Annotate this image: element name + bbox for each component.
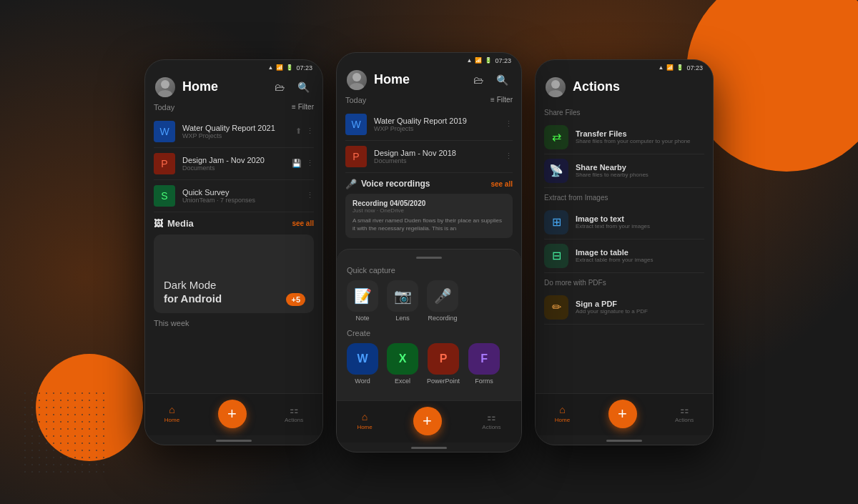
file-item-3[interactable]: S Quick Survey UnionTeam · 7 responses ⋮ xyxy=(154,180,314,212)
bottom-nav-right: ⌂ Home + ⚏ Actions xyxy=(536,393,713,435)
create-excel[interactable]: X Excel xyxy=(387,343,418,385)
more-icon-3[interactable]: ⋮ xyxy=(306,191,314,200)
svg-point-0 xyxy=(161,80,169,89)
thumbnail-text-1: Dark Mode xyxy=(164,279,216,291)
content-left: Today ≡ Filter W Water Quality Report 20… xyxy=(145,103,322,393)
nav-home-middle[interactable]: ⌂ Home xyxy=(357,411,372,430)
nav-actions-right[interactable]: ⚏ Actions xyxy=(675,404,694,423)
recording-card[interactable]: Recording 04/05/2020 Just now · OneDrive… xyxy=(345,194,513,238)
this-week-label: This week xyxy=(154,319,314,327)
section-today-left: Today ≡ Filter xyxy=(154,103,314,112)
folder-icon-middle[interactable]: 🗁 xyxy=(470,73,486,87)
ppt-create-icon: P xyxy=(428,343,459,375)
recording-sub: Just now · OneDrive xyxy=(352,207,506,214)
capture-lens[interactable]: 📷 Lens xyxy=(387,280,418,322)
forms-create-icon: F xyxy=(468,343,500,375)
bottom-nav-middle: ⌂ Home + ⚏ Actions xyxy=(337,400,521,443)
sheets-icon-3: S xyxy=(154,185,175,207)
actions-label-left: Actions xyxy=(285,417,303,423)
capture-recording[interactable]: 🎤 Recording xyxy=(427,280,458,322)
section-today-middle: Today ≡ Filter xyxy=(345,96,513,104)
wifi-icon: ▲ xyxy=(268,64,274,71)
action-sign-pdf[interactable]: ✏ Sign a PDF Add your signature to a PDF xyxy=(544,291,704,325)
home-indicator-right xyxy=(606,440,642,442)
app-title-right: Actions xyxy=(573,79,703,94)
svg-point-1 xyxy=(158,90,172,97)
file-item-m1[interactable]: W Water Quality Report 2019 WXP Projects… xyxy=(345,109,513,141)
file-item-2[interactable]: P Design Jam - Nov 2020 Documents 💾 ⋮ xyxy=(154,148,314,180)
status-time-left: 07:23 xyxy=(296,64,312,71)
quick-capture-row: 📝 Note 📷 Lens 🎤 Recording xyxy=(347,280,511,322)
file-sub-3: UnionTeam · 7 responses xyxy=(182,197,299,204)
status-bar-middle: ▲ 📶 🔋 07:23 xyxy=(337,53,521,66)
mic-icon: 🎤 xyxy=(345,179,357,189)
filter-button-left[interactable]: ≡ Filter xyxy=(292,103,314,111)
nav-home-right[interactable]: ⌂ Home xyxy=(555,404,570,423)
nav-back-right xyxy=(536,435,713,445)
media-section: 🖼 Media see all Dark Mode for Android +5 xyxy=(154,218,314,313)
more-icon-m2[interactable]: ⋮ xyxy=(505,152,513,161)
excel-create-icon: X xyxy=(387,343,418,375)
voice-see-all[interactable]: see all xyxy=(490,180,513,188)
fab-right[interactable]: + xyxy=(608,400,637,428)
actions-icon-right: ⚏ xyxy=(680,404,689,415)
create-ppt[interactable]: P PowerPoint xyxy=(427,343,460,385)
img2tbl-title: Image to table xyxy=(576,248,704,257)
word-icon-1: W xyxy=(154,121,175,142)
file-sub-1: WXP Projects xyxy=(182,132,288,139)
status-bar-right: ▲ 📶 🔋 07:23 xyxy=(536,60,713,73)
capture-note[interactable]: 📝 Note xyxy=(347,280,378,322)
share-nearby-icon: 📡 xyxy=(544,159,568,183)
note-icon-wrap: 📝 xyxy=(347,280,378,312)
home-icon-middle: ⌂ xyxy=(362,411,368,423)
file-item-1[interactable]: W Water Quality Report 2021 WXP Projects… xyxy=(154,116,314,148)
app-header-left: Home 🗁 🔍 xyxy=(145,73,322,103)
lens-label: Lens xyxy=(395,315,410,322)
file-name-2: Design Jam - Nov 2020 xyxy=(182,156,285,164)
create-word[interactable]: W Word xyxy=(347,343,378,385)
sign-pdf-title: Sign a PDF xyxy=(576,300,704,308)
fab-left[interactable]: + xyxy=(218,400,247,428)
transfer-files-icon: ⇄ xyxy=(544,125,568,149)
search-icon-left[interactable]: 🔍 xyxy=(295,80,312,94)
filter-button-middle[interactable]: ≡ Filter xyxy=(490,96,513,104)
home-label-right: Home xyxy=(555,417,570,423)
action-img2tbl[interactable]: ⊟ Image to table Extract table from your… xyxy=(544,239,704,273)
folder-icon-left[interactable]: 🗁 xyxy=(272,80,287,94)
svg-point-5 xyxy=(548,90,563,97)
actions-label-middle: Actions xyxy=(482,424,500,430)
search-icon-middle[interactable]: 🔍 xyxy=(493,73,511,87)
media-thumbnail[interactable]: Dark Mode for Android +5 xyxy=(154,234,314,313)
app-header-middle: Home 🗁 🔍 xyxy=(337,66,521,96)
wifi-icon-r: ▲ xyxy=(659,64,664,71)
more-icon-m1[interactable]: ⋮ xyxy=(505,119,513,129)
action-transfer-files[interactable]: ⇄ Transfer Files Share files from your c… xyxy=(544,121,704,154)
action-img2txt[interactable]: ⊞ Image to text Extract text from your i… xyxy=(544,206,704,239)
actions-content: Share Files ⇄ Transfer Files Share files… xyxy=(536,103,713,393)
wifi-icon-m: ▲ xyxy=(467,57,473,64)
file-sub-m1: WXP Projects xyxy=(374,125,498,132)
sign-pdf-desc: Add your signature to a PDF xyxy=(576,308,704,315)
nav-actions-middle[interactable]: ⚏ Actions xyxy=(482,411,500,430)
action-share-nearby[interactable]: 📡 Share Nearby Share files to nearby pho… xyxy=(544,154,704,188)
media-label-text: Media xyxy=(167,218,194,229)
img2tbl-desc: Extract table from your images xyxy=(576,257,704,263)
media-see-all[interactable]: see all xyxy=(292,219,314,227)
fab-icon-middle: + xyxy=(423,412,432,430)
svg-point-2 xyxy=(352,73,361,81)
nav-actions-left[interactable]: ⚏ Actions xyxy=(285,404,303,423)
fab-middle[interactable]: + xyxy=(413,407,442,435)
more-icon-1[interactable]: ⋮ xyxy=(306,127,314,136)
app-title-left: Home xyxy=(182,79,265,94)
nav-home-left[interactable]: ⌂ Home xyxy=(164,404,179,423)
svg-point-3 xyxy=(350,83,364,90)
create-forms[interactable]: F Forms xyxy=(468,343,500,385)
actions-icon-left: ⚏ xyxy=(290,404,299,415)
save-icon-2: 💾 xyxy=(292,159,302,168)
phone-right: ▲ 📶 🔋 07:23 Actions Share Files ⇄ Transf… xyxy=(535,59,714,445)
nav-back-middle xyxy=(337,443,521,452)
more-icon-2[interactable]: ⋮ xyxy=(306,159,314,168)
file-item-m2[interactable]: P Design Jam - Nov 2018 Documents ⋮ xyxy=(345,141,513,173)
create-title: Create xyxy=(347,329,511,337)
deco-dots xyxy=(21,390,107,475)
